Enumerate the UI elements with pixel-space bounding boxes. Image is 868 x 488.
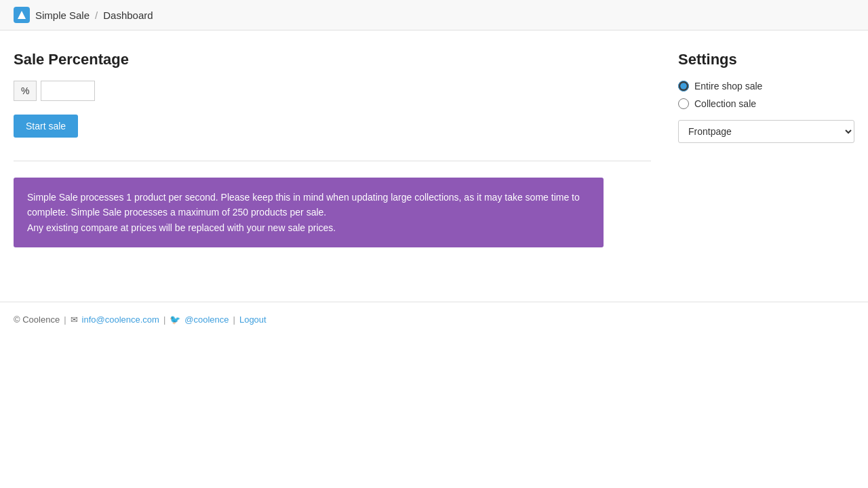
- sale-percentage-heading: Sale Percentage: [14, 51, 651, 68]
- footer-sep-1: |: [64, 314, 66, 325]
- logout-link[interactable]: Logout: [239, 314, 267, 325]
- right-panel: Settings Entire shop sale Collection sal…: [678, 51, 854, 247]
- footer-sep-3: |: [233, 314, 235, 325]
- page-title: Dashboard: [103, 9, 153, 21]
- percent-symbol: %: [14, 81, 37, 101]
- collection-sale-label: Collection sale: [694, 98, 756, 109]
- mail-icon: ✉: [71, 314, 78, 325]
- logo-icon: [14, 7, 30, 23]
- start-sale-button[interactable]: Start sale: [14, 115, 78, 138]
- entire-shop-label: Entire shop sale: [694, 81, 762, 92]
- sale-type-radio-group: Entire shop sale Collection sale: [678, 81, 854, 109]
- entire-shop-option[interactable]: Entire shop sale: [678, 81, 854, 92]
- header: Simple Sale / Dashboard: [0, 0, 868, 30]
- collection-sale-option[interactable]: Collection sale: [678, 98, 854, 109]
- copyright: © Coolence: [14, 314, 60, 325]
- email-link[interactable]: info@coolence.com: [82, 314, 159, 325]
- svg-marker-0: [18, 11, 26, 19]
- footer-sep-2: |: [163, 314, 165, 325]
- twitter-icon: 🐦: [170, 314, 180, 325]
- collection-dropdown[interactable]: Frontpage All Summer Collection Winter C…: [678, 120, 854, 143]
- footer: © Coolence | ✉ info@coolence.com | 🐦 @co…: [0, 302, 868, 337]
- percent-input[interactable]: [41, 81, 95, 101]
- left-panel: Sale Percentage % Start sale Simple Sale…: [14, 51, 651, 247]
- main-container: Sale Percentage % Start sale Simple Sale…: [0, 30, 868, 261]
- entire-shop-radio[interactable]: [678, 81, 689, 92]
- settings-heading: Settings: [678, 51, 854, 68]
- info-text: Simple Sale processes 1 product per seco…: [27, 192, 580, 233]
- twitter-link[interactable]: @coolence: [184, 314, 229, 325]
- breadcrumb-separator: /: [95, 9, 98, 21]
- collection-radio[interactable]: [678, 98, 689, 109]
- percent-input-row: %: [14, 81, 651, 101]
- divider: [14, 161, 651, 161]
- footer-inner: © Coolence | ✉ info@coolence.com | 🐦 @co…: [14, 314, 854, 325]
- info-box: Simple Sale processes 1 product per seco…: [14, 178, 604, 247]
- app-name: Simple Sale: [35, 9, 90, 21]
